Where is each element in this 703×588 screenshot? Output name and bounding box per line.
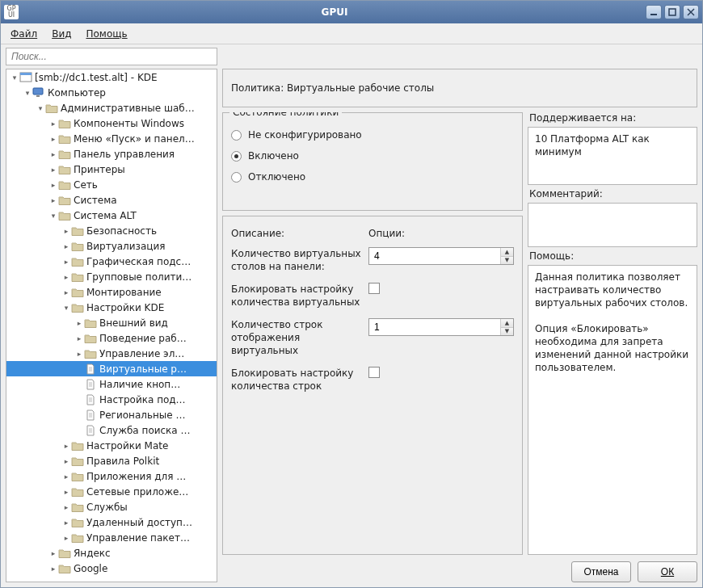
tree-toggle-icon[interactable]: ▾ <box>36 104 45 112</box>
tree-row[interactable]: ▸Групповые полити… <box>6 269 217 284</box>
tree-row[interactable]: ▸Безопасность <box>6 223 217 238</box>
tree-row[interactable]: ▸Меню «Пуск» и панел… <box>6 131 217 146</box>
tree-toggle-icon[interactable]: ▸ <box>61 503 71 511</box>
tree-pane[interactable]: ▾[smb://dc1.test.alt] - KDE▾Компьютер▾Ад… <box>6 69 217 582</box>
tree-toggle-icon[interactable]: ▸ <box>61 457 71 465</box>
close-button[interactable] <box>683 5 699 19</box>
tree-row[interactable]: Настройка под… <box>6 392 217 407</box>
titlebar[interactable]: GP UI GPUI <box>1 1 702 23</box>
tree-row[interactable]: ▸Настройки Mate <box>6 438 217 453</box>
menu-view[interactable]: Вид <box>45 26 78 42</box>
policy-title-box: Политика: Виртуальные рабочие столы <box>222 69 697 107</box>
tree-row[interactable]: Наличие кноп… <box>6 376 217 392</box>
tree-row[interactable]: ▸Google <box>6 561 217 576</box>
tree-row[interactable]: Виртуальные р… <box>6 361 217 376</box>
tree-toggle-icon[interactable]: ▸ <box>61 519 71 527</box>
menu-file[interactable]: Файл <box>4 26 44 42</box>
cancel-button[interactable]: Отмена <box>571 561 631 582</box>
tree-row[interactable]: ▸Приложения для … <box>6 468 217 484</box>
tree-row[interactable]: ▸Поведение раб… <box>6 330 217 346</box>
spin-down-icon[interactable]: ▼ <box>501 257 513 265</box>
tree-toggle-icon[interactable]: ▸ <box>74 350 84 358</box>
tree-row[interactable]: ▾Компьютер <box>6 85 217 100</box>
tree-row[interactable]: ▾Административные шаб… <box>6 100 217 116</box>
rows-spinbox[interactable]: ▲ ▼ <box>368 318 514 336</box>
lock-count-checkbox[interactable] <box>368 283 380 294</box>
vd-count-spinbox[interactable]: ▲ ▼ <box>368 247 514 265</box>
tree-toggle-icon[interactable]: ▸ <box>61 534 71 542</box>
tree-row[interactable]: ▸Яндекс <box>6 545 217 561</box>
tree-row[interactable]: ▸Монтирование <box>6 284 217 300</box>
radio-icon <box>231 130 242 141</box>
tree-toggle-icon[interactable]: ▸ <box>74 334 84 342</box>
tree-row[interactable]: ▸Компоненты Windows <box>6 116 217 131</box>
spin-up-icon[interactable]: ▲ <box>501 248 513 257</box>
tree-row[interactable]: ▸Сетевые приложе… <box>6 484 217 499</box>
tree-toggle-icon[interactable]: ▸ <box>48 166 58 174</box>
radio-disabled[interactable]: Отключено <box>231 166 514 187</box>
tree-row[interactable]: ▾[smb://dc1.test.alt] - KDE <box>6 69 217 85</box>
radio-enabled[interactable]: Включено <box>231 145 514 166</box>
tree-row[interactable]: ▾Система ALT <box>6 208 217 223</box>
tree-toggle-icon[interactable]: ▸ <box>61 472 71 481</box>
tree-row[interactable]: Региональные … <box>6 407 217 422</box>
comment-box[interactable] <box>528 203 697 247</box>
tree-toggle-icon[interactable]: ▸ <box>48 196 58 204</box>
tree-row[interactable]: ▸Внешний вид <box>6 315 217 330</box>
minimize-button[interactable] <box>646 5 662 19</box>
rows-input[interactable] <box>369 319 500 335</box>
tree-toggle-icon[interactable]: ▸ <box>48 565 58 573</box>
tree-row[interactable]: ▸Правила Polkit <box>6 453 217 468</box>
search-input[interactable] <box>6 48 217 65</box>
maximize-button[interactable] <box>664 5 680 19</box>
tree-row[interactable]: ▸Панель управления <box>6 146 217 162</box>
tree-row[interactable]: ▸Удаленный доступ… <box>6 514 217 530</box>
tree-row[interactable]: Служба поиска … <box>6 422 217 438</box>
radio-label: Отключено <box>248 171 305 183</box>
tree-toggle-icon[interactable]: ▸ <box>61 227 71 235</box>
ok-button[interactable]: ОК <box>638 561 697 582</box>
tree-toggle-icon[interactable]: ▾ <box>23 89 32 97</box>
tree-toggle-icon[interactable]: ▾ <box>61 304 71 312</box>
folder-icon <box>71 256 84 267</box>
tree-row[interactable]: ▸Принтеры <box>6 162 217 177</box>
tree-toggle-icon[interactable]: ▸ <box>48 150 58 158</box>
svg-rect-5 <box>20 73 32 75</box>
tree-toggle-icon[interactable]: ▾ <box>10 74 19 82</box>
lock-rows-checkbox[interactable] <box>368 367 380 378</box>
tree-label: Компьютер <box>48 87 106 99</box>
tree-label: Безопасность <box>86 225 157 237</box>
tree-toggle-icon[interactable]: ▸ <box>61 488 71 496</box>
tree-row[interactable]: ▾Настройки KDE <box>6 300 217 315</box>
tree-toggle-icon[interactable]: ▸ <box>48 135 58 143</box>
tree-toggle-icon[interactable]: ▸ <box>61 442 71 450</box>
svg-rect-7 <box>36 95 40 97</box>
tree-row[interactable]: ▸Виртуализация <box>6 238 217 254</box>
tree-toggle-icon[interactable]: ▸ <box>74 319 84 327</box>
page-icon <box>84 410 97 421</box>
tree-toggle-icon[interactable]: ▸ <box>61 288 71 296</box>
tree-row[interactable]: ▸Управление эл… <box>6 346 217 361</box>
spin-up-icon[interactable]: ▲ <box>501 319 513 328</box>
tree-label: [smb://dc1.test.alt] - KDE <box>35 72 158 83</box>
tree-row[interactable]: ▸Управление пакет… <box>6 530 217 545</box>
tree-row[interactable]: ▸Графическая подс… <box>6 254 217 269</box>
page-icon <box>84 394 97 405</box>
radio-not-configured[interactable]: Не сконфигурировано <box>231 124 514 145</box>
tree-toggle-icon[interactable]: ▸ <box>61 258 71 266</box>
tree-toggle-icon[interactable]: ▸ <box>61 273 71 281</box>
svg-rect-6 <box>33 88 43 94</box>
tree-row[interactable]: ▸Система <box>6 192 217 208</box>
tree-toggle-icon[interactable]: ▾ <box>48 212 58 220</box>
tree-row[interactable]: ▸Службы <box>6 499 217 514</box>
spin-down-icon[interactable]: ▼ <box>501 328 513 336</box>
menubar: Файл Вид Помощь <box>1 23 702 44</box>
tree-toggle-icon[interactable]: ▸ <box>48 181 58 189</box>
vd-count-input[interactable] <box>369 248 500 264</box>
tree-toggle-icon[interactable]: ▸ <box>48 120 58 128</box>
tree-row[interactable]: ▸Сеть <box>6 177 217 192</box>
help-paragraph: Опция «Блокировать» необходима для запре… <box>535 322 690 374</box>
tree-toggle-icon[interactable]: ▸ <box>61 242 71 250</box>
tree-toggle-icon[interactable]: ▸ <box>48 549 58 557</box>
menu-help[interactable]: Помощь <box>79 26 133 42</box>
